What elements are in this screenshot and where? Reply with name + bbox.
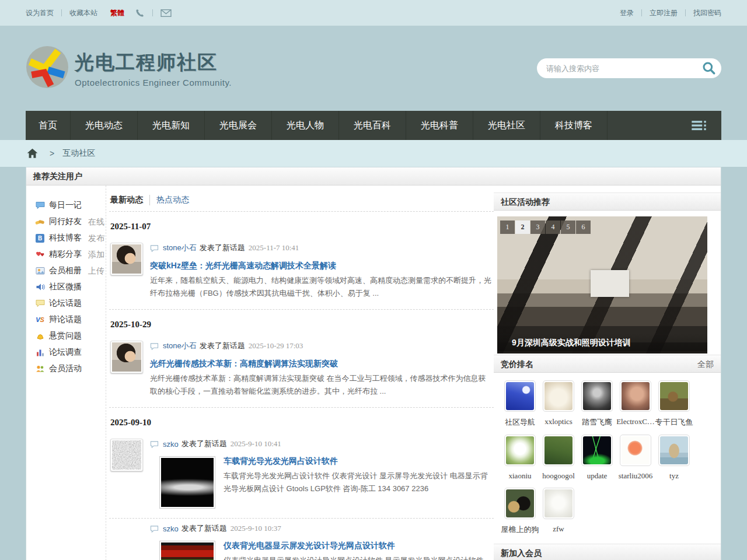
sidebar-item-daily-note[interactable]: 每日一记: [34, 197, 106, 214]
user-avatar[interactable]: [620, 380, 651, 412]
register-link[interactable]: 立即注册: [650, 8, 678, 18]
nav-item-wiki[interactable]: 光电百科: [339, 111, 406, 140]
user-avatar[interactable]: [543, 488, 574, 519]
home-icon[interactable]: [27, 148, 38, 159]
post-thumbnail[interactable]: [159, 456, 215, 509]
user-avatar[interactable]: [581, 435, 613, 466]
user-avatar[interactable]: [110, 243, 143, 275]
phone-icon[interactable]: [135, 8, 145, 18]
nav-item-blog[interactable]: 科技博客: [540, 111, 608, 140]
post-title-link[interactable]: 突破kHz壁垒：光纤光栅高速动态解调技术全景解读: [150, 261, 494, 271]
sidebar-item-member-album[interactable]: 会员相册 上传: [34, 262, 106, 279]
mail-icon[interactable]: [160, 9, 172, 18]
slide-button-3[interactable]: 3: [530, 220, 545, 234]
post-title-link[interactable]: 光纤光栅传感技术革新：高精度解调算法实现新突破: [150, 359, 494, 369]
slide-button-5[interactable]: 5: [561, 220, 575, 234]
user-avatar[interactable]: [110, 341, 143, 373]
sidebar-item-forum-survey[interactable]: 论坛调查: [34, 344, 106, 360]
user-name[interactable]: update: [578, 471, 616, 481]
sidebar-item-peer-friends[interactable]: 同行好友 在线: [34, 214, 106, 230]
user-name[interactable]: xxloptics: [539, 417, 578, 426]
breadcrumb-current[interactable]: 互动社区: [62, 148, 95, 159]
user-name[interactable]: ElectroxC…: [616, 417, 655, 426]
activity-slider-banner[interactable]: 1 2 3 4 5 6 9月深圳高级实战和照明设计培训: [497, 216, 707, 354]
user-name[interactable]: hoogoogol: [539, 471, 578, 481]
sidebar-item-great-shares[interactable]: 精彩分享 添加: [34, 246, 106, 262]
post-time: 2025-11-7 10:41: [249, 243, 299, 253]
speaker-icon: [34, 282, 46, 292]
people-icon: [34, 364, 46, 373]
post-user-link[interactable]: szko: [163, 440, 179, 449]
site-logo[interactable]: 光电工程师社区 Optoelectronics Engineer Communi…: [26, 46, 232, 91]
sidebar-item-label: 会员活动: [49, 363, 82, 374]
user-avatar[interactable]: [504, 435, 536, 466]
slide-button-4[interactable]: 4: [546, 220, 560, 234]
list-menu-icon[interactable]: [691, 120, 708, 134]
sidebar-item-forum-topics[interactable]: 论坛话题: [34, 295, 106, 312]
user-avatar[interactable]: [658, 435, 690, 466]
favorite-link[interactable]: 收藏本站: [69, 8, 97, 18]
sidebar-item-member-activities[interactable]: 会员活动: [34, 360, 106, 377]
user-avatar[interactable]: [581, 380, 613, 412]
nav-item-people[interactable]: 光电人物: [272, 111, 339, 140]
tab-hot-activity[interactable]: 热点动态: [149, 195, 189, 205]
search-input[interactable]: [546, 64, 701, 73]
vs-icon: VS: [34, 315, 46, 324]
user-name[interactable]: xiaoniu: [501, 471, 539, 481]
sidebar-item-debate-topics[interactable]: VS 辩论话题: [34, 312, 106, 328]
slide-button-2[interactable]: 2: [515, 220, 530, 234]
user-name[interactable]: 专干日飞鱼: [655, 417, 693, 428]
user-avatar[interactable]: [658, 380, 690, 412]
post-thumbnail[interactable]: [159, 541, 215, 560]
user-avatar[interactable]: [543, 380, 574, 412]
user-name[interactable]: 社区导航: [501, 417, 539, 428]
user-avatar[interactable]: [543, 435, 574, 466]
feed-date-heading: 2025-10-29: [110, 320, 494, 330]
feed-post: szko 发表了新话题 2025-9-10 10:41 车载背光导光发光网占设计…: [109, 436, 494, 519]
user-name[interactable]: 屋檐上的狗: [501, 524, 539, 535]
bidding-user: hoogoogol: [539, 435, 578, 481]
nav-item-home[interactable]: 首页: [26, 111, 71, 140]
sidebar-item-bounty-questions[interactable]: 悬赏问题: [34, 328, 106, 344]
login-link[interactable]: 登录: [620, 8, 634, 18]
add-action-link[interactable]: 添加: [88, 246, 104, 262]
sidebar-item-tech-blog[interactable]: B 科技博客 发布: [34, 230, 106, 246]
nav-item-expo[interactable]: 光电展会: [205, 111, 272, 140]
user-name[interactable]: 踏雪飞鹰: [578, 417, 616, 428]
post-user-link[interactable]: szko: [163, 524, 179, 533]
post-title-link[interactable]: 仪表背光电器显示屏发光设计导光网点设计软件: [224, 541, 494, 551]
set-home-link[interactable]: 设为首页: [26, 8, 54, 18]
comment-bubble-icon: [150, 244, 159, 252]
user-avatar[interactable]: [504, 380, 536, 412]
tab-latest-activity[interactable]: 最新动态: [110, 195, 143, 205]
search-icon[interactable]: [701, 61, 717, 76]
user-name[interactable]: starliu2006: [616, 471, 655, 481]
nav-item-science[interactable]: 光电科普: [406, 111, 473, 140]
user-avatar[interactable]: [620, 435, 651, 466]
post-title-link[interactable]: 车载背光导光发光网占设计软件: [224, 456, 494, 467]
post-user-link[interactable]: stone小石: [163, 341, 197, 351]
sidebar-item-community-broadcast[interactable]: 社区微播: [34, 279, 106, 295]
view-all-link[interactable]: 全部: [697, 355, 714, 373]
user-avatar[interactable]: [504, 488, 536, 519]
user-name[interactable]: zfw: [539, 524, 578, 534]
slide-button-1[interactable]: 1: [500, 220, 515, 234]
slide-photo-screen: [591, 270, 629, 297]
find-password-link[interactable]: 找回密码: [693, 8, 721, 18]
user-avatar[interactable]: [110, 439, 143, 471]
upload-action-link[interactable]: 上传: [88, 262, 104, 279]
post-excerpt: 近年来，随着航空航天、能源电力、结构健康监测等领域对高速、高精度动态测量需求的不…: [150, 274, 491, 300]
nav-item-community[interactable]: 光电社区: [473, 111, 540, 140]
comment-bubble-icon: [150, 342, 159, 350]
publish-action-link[interactable]: 发布: [88, 230, 104, 246]
online-action-link[interactable]: 在线: [88, 214, 104, 230]
nav-item-news[interactable]: 光电动态: [71, 111, 138, 140]
slide-button-6[interactable]: 6: [576, 220, 591, 234]
page-title: 推荐关注用户: [26, 167, 721, 186]
user-name[interactable]: tyz: [655, 471, 693, 481]
nav-item-knowledge[interactable]: 光电新知: [138, 111, 205, 140]
traditional-chinese-link[interactable]: 繁體: [110, 8, 124, 18]
post-user-link[interactable]: stone小石: [163, 243, 197, 253]
post-action: 发表了新话题: [200, 341, 245, 351]
chat-bubble-icon: [34, 201, 46, 210]
